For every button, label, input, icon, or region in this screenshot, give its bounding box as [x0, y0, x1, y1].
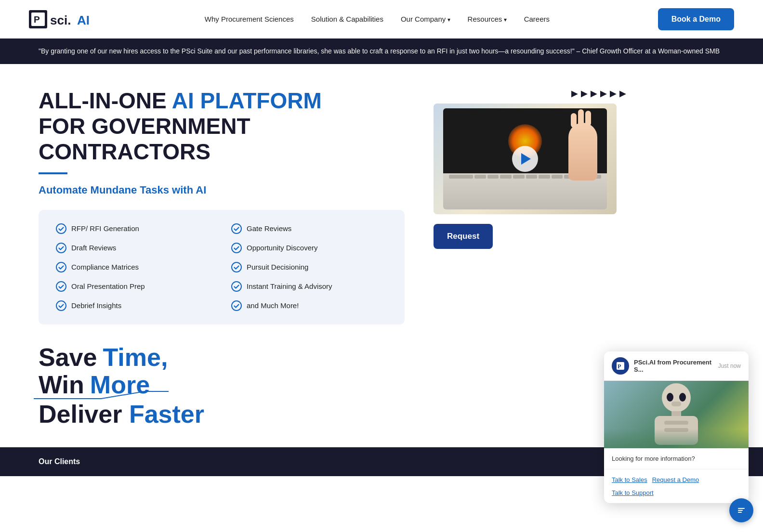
- talk-to-sales-button[interactable]: Talk to Sales: [612, 474, 647, 485]
- arrow-4: ▶: [600, 88, 607, 99]
- left-section: ALL-IN-ONE AI PLATFORM FOR GOVERNMENT CO…: [39, 88, 405, 428]
- navbar: P sci. AI Why Procurement Sciences Solut…: [0, 0, 763, 39]
- arrow-2: ▶: [581, 88, 588, 99]
- request-demo-button[interactable]: Request a Demo: [652, 474, 699, 485]
- chat-action-row-2: Talk to Support: [612, 487, 741, 498]
- chat-actions: Talk to Sales Request a Demo Talk to Sup…: [604, 469, 749, 503]
- announcement-bar: "By granting one of our new hires access…: [0, 39, 763, 64]
- tagline-save: Save: [39, 344, 97, 371]
- tagline-more: More: [90, 371, 150, 399]
- check-icon: [231, 262, 242, 272]
- hero-title: ALL-IN-ONE AI PLATFORM FOR GOVERNMENT CO…: [39, 88, 405, 165]
- nav-item-why[interactable]: Why Procurement Sciences: [205, 15, 294, 24]
- hero-title-line2: FOR GOVERNMENT CONTRACTORS: [39, 114, 250, 164]
- feature-label: Compliance Matrices: [71, 263, 139, 271]
- nav-item-careers[interactable]: Careers: [524, 15, 550, 24]
- book-demo-button[interactable]: Book a Demo: [658, 8, 734, 30]
- svg-text:P: P: [34, 14, 40, 25]
- features-box: RFP/ RFI Generation Gate Reviews Draft R…: [39, 210, 405, 324]
- right-section: ▶ ▶ ▶ ▶ ▶ ▶: [434, 88, 626, 249]
- feature-label: Debrief Insights: [71, 301, 121, 310]
- feature-label: Opportunity Discovery: [247, 244, 318, 252]
- request-button[interactable]: Request: [434, 224, 493, 249]
- footer-clients-label: Our Clients: [39, 457, 80, 466]
- chat-image: [604, 381, 749, 448]
- feature-item: Pursuit Decisioning: [231, 262, 387, 272]
- tagline: Save Time, Win More Deliver Faster: [39, 344, 405, 428]
- svg-point-11: [56, 282, 66, 291]
- arrow-6: ▶: [619, 88, 626, 99]
- chat-avatar: P: [612, 357, 629, 375]
- chat-message: Looking for more information?: [604, 448, 749, 469]
- arrow-3: ▶: [591, 88, 597, 99]
- hero-title-black: ALL-IN-ONE: [39, 88, 167, 113]
- feature-item: Opportunity Discovery: [231, 243, 387, 253]
- feature-item: Compliance Matrices: [56, 262, 212, 272]
- logo[interactable]: P sci. AI: [29, 7, 96, 31]
- video-thumbnail[interactable]: [434, 104, 617, 214]
- check-icon: [231, 243, 242, 253]
- svg-text:P: P: [618, 363, 621, 370]
- check-icon: [231, 300, 242, 311]
- svg-point-10: [232, 262, 241, 272]
- play-button[interactable]: [512, 146, 538, 172]
- feature-label: RFP/ RFI Generation: [71, 224, 139, 233]
- announcement-text: "By granting one of our new hires access…: [39, 47, 720, 55]
- feature-item: Oral Presentation Prep: [56, 281, 212, 292]
- feature-item: Instant Training & Advisory: [231, 281, 387, 292]
- arrow-1: ▶: [571, 88, 578, 99]
- tagline-win: Win: [39, 371, 84, 399]
- chat-sender: PSci.AI from Procurement S...: [634, 359, 713, 373]
- tagline-deliver: Deliver Faster: [39, 401, 204, 428]
- feature-label: Gate Reviews: [247, 224, 291, 233]
- arrow-5: ▶: [610, 88, 617, 99]
- svg-point-6: [232, 224, 241, 234]
- svg-point-9: [56, 262, 66, 272]
- feature-item: Gate Reviews: [231, 223, 387, 234]
- svg-point-8: [232, 243, 241, 253]
- hero-divider: [39, 172, 67, 174]
- feature-item: and Much More!: [231, 300, 387, 311]
- arrows-row: ▶ ▶ ▶ ▶ ▶ ▶: [434, 88, 626, 99]
- check-icon: [56, 243, 66, 253]
- chat-widget: P PSci.AI from Procurement S... Just now: [604, 351, 749, 503]
- feature-item: RFP/ RFI Generation: [56, 223, 212, 234]
- chat-bubble-button[interactable]: [729, 498, 753, 522]
- feature-label: and Much More!: [247, 301, 299, 310]
- svg-text:sci.: sci.: [50, 13, 71, 27]
- talk-to-support-button[interactable]: Talk to Support: [612, 487, 654, 498]
- svg-point-12: [232, 282, 241, 291]
- svg-point-7: [56, 243, 66, 253]
- check-icon: [56, 223, 66, 234]
- hero-title-blue: AI PLATFORM: [172, 88, 322, 113]
- svg-text:AI: AI: [77, 13, 90, 27]
- nav-menu: Why Procurement Sciences Solution & Capa…: [205, 15, 550, 24]
- feature-item: Debrief Insights: [56, 300, 212, 311]
- svg-point-13: [56, 301, 66, 311]
- feature-label: Oral Presentation Prep: [71, 282, 145, 290]
- svg-point-14: [232, 301, 241, 311]
- check-icon: [56, 281, 66, 292]
- chat-action-row-1: Talk to Sales Request a Demo: [612, 474, 741, 485]
- svg-point-5: [56, 224, 66, 234]
- feature-label: Instant Training & Advisory: [247, 282, 332, 290]
- check-icon: [56, 300, 66, 311]
- feature-item: Draft Reviews: [56, 243, 212, 253]
- hero-subtitle: Automate Mundane Tasks with AI: [39, 184, 405, 196]
- chat-time: Just now: [718, 363, 741, 369]
- tagline-time: Time,: [103, 344, 168, 371]
- nav-item-resources[interactable]: Resources: [468, 15, 507, 24]
- tagline-faster: Faster: [129, 400, 204, 428]
- check-icon: [231, 281, 242, 292]
- check-icon: [231, 223, 242, 234]
- nav-item-company[interactable]: Our Company: [401, 15, 450, 24]
- chat-header: P PSci.AI from Procurement S... Just now: [604, 351, 749, 381]
- feature-label: Draft Reviews: [71, 244, 116, 252]
- check-icon: [56, 262, 66, 272]
- nav-item-solution[interactable]: Solution & Capabilities: [311, 15, 383, 24]
- feature-label: Pursuit Decisioning: [247, 263, 308, 271]
